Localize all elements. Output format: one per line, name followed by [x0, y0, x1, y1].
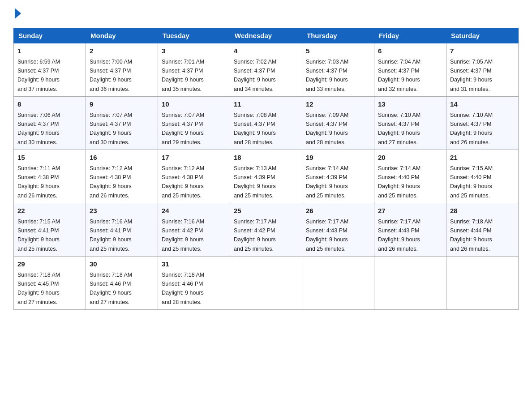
calendar-cell: [230, 257, 302, 310]
calendar-cell: 11 Sunrise: 7:08 AMSunset: 4:37 PMDaylig…: [230, 97, 302, 150]
weekday-header-wednesday: Wednesday: [230, 28, 302, 43]
day-number: 13: [378, 99, 442, 110]
calendar-body: 1 Sunrise: 6:59 AMSunset: 4:37 PMDayligh…: [14, 43, 519, 310]
day-info: Sunrise: 7:09 AMSunset: 4:37 PMDaylight:…: [306, 112, 348, 146]
day-info: Sunrise: 7:06 AMSunset: 4:37 PMDaylight:…: [17, 112, 60, 146]
calendar-cell: 12 Sunrise: 7:09 AMSunset: 4:37 PMDaylig…: [302, 97, 374, 150]
day-number: 3: [162, 46, 226, 56]
weekday-header-sunday: Sunday: [14, 28, 86, 43]
day-info: Sunrise: 7:00 AMSunset: 4:37 PMDaylight:…: [90, 59, 132, 92]
day-number: 11: [234, 99, 298, 110]
day-info: Sunrise: 7:18 AMSunset: 4:45 PMDaylight:…: [17, 272, 60, 305]
day-number: 24: [162, 206, 226, 216]
day-info: Sunrise: 7:12 AMSunset: 4:38 PMDaylight:…: [90, 165, 132, 199]
calendar-cell: 15 Sunrise: 7:11 AMSunset: 4:38 PMDaylig…: [14, 150, 86, 203]
weekday-header-monday: Monday: [86, 28, 158, 43]
weekday-header-row: SundayMondayTuesdayWednesdayThursdayFrid…: [14, 28, 519, 43]
calendar-cell: 18 Sunrise: 7:13 AMSunset: 4:39 PMDaylig…: [230, 150, 302, 203]
day-info: Sunrise: 7:03 AMSunset: 4:37 PMDaylight:…: [306, 59, 348, 92]
weekday-header-tuesday: Tuesday: [158, 28, 230, 43]
day-number: 14: [450, 99, 515, 110]
calendar-week-row: 15 Sunrise: 7:11 AMSunset: 4:38 PMDaylig…: [14, 150, 519, 203]
calendar-cell: 25 Sunrise: 7:17 AMSunset: 4:42 PMDaylig…: [230, 203, 302, 257]
day-number: 28: [450, 206, 515, 216]
calendar-cell: 7 Sunrise: 7:05 AMSunset: 4:37 PMDayligh…: [446, 43, 519, 97]
calendar-cell: 2 Sunrise: 7:00 AMSunset: 4:37 PMDayligh…: [86, 43, 158, 97]
calendar-cell: 20 Sunrise: 7:14 AMSunset: 4:40 PMDaylig…: [374, 150, 446, 203]
calendar-cell: 13 Sunrise: 7:10 AMSunset: 4:37 PMDaylig…: [374, 97, 446, 150]
day-number: 30: [90, 259, 154, 270]
calendar-cell: 3 Sunrise: 7:01 AMSunset: 4:37 PMDayligh…: [158, 43, 230, 97]
day-info: Sunrise: 7:08 AMSunset: 4:37 PMDaylight:…: [234, 112, 276, 146]
day-number: 23: [90, 206, 154, 216]
calendar-header: SundayMondayTuesdayWednesdayThursdayFrid…: [14, 28, 519, 43]
day-number: 16: [90, 153, 154, 163]
day-number: 18: [234, 153, 298, 163]
weekday-header-friday: Friday: [374, 28, 446, 43]
day-number: 2: [90, 46, 154, 56]
calendar-cell: 1 Sunrise: 6:59 AMSunset: 4:37 PMDayligh…: [14, 43, 86, 97]
calendar-cell: [302, 257, 374, 310]
calendar-cell: 4 Sunrise: 7:02 AMSunset: 4:37 PMDayligh…: [230, 43, 302, 97]
calendar-cell: 19 Sunrise: 7:14 AMSunset: 4:39 PMDaylig…: [302, 150, 374, 203]
calendar-cell: 10 Sunrise: 7:07 AMSunset: 4:37 PMDaylig…: [158, 97, 230, 150]
calendar-cell: 23 Sunrise: 7:16 AMSunset: 4:41 PMDaylig…: [86, 203, 158, 257]
calendar-cell: 24 Sunrise: 7:16 AMSunset: 4:42 PMDaylig…: [158, 203, 230, 257]
day-number: 7: [450, 46, 515, 56]
day-number: 27: [378, 206, 442, 216]
day-number: 17: [162, 153, 226, 163]
day-info: Sunrise: 7:15 AMSunset: 4:41 PMDaylight:…: [17, 218, 60, 252]
day-number: 1: [17, 46, 82, 56]
calendar-cell: [446, 257, 519, 310]
day-info: Sunrise: 7:17 AMSunset: 4:42 PMDaylight:…: [234, 218, 276, 252]
page-header: [13, 9, 519, 20]
day-number: 26: [306, 206, 370, 216]
day-info: Sunrise: 7:02 AMSunset: 4:37 PMDaylight:…: [234, 59, 276, 92]
day-info: Sunrise: 7:17 AMSunset: 4:43 PMDaylight:…: [306, 218, 348, 252]
calendar-cell: 28 Sunrise: 7:18 AMSunset: 4:44 PMDaylig…: [446, 203, 519, 257]
calendar-cell: 6 Sunrise: 7:04 AMSunset: 4:37 PMDayligh…: [374, 43, 446, 97]
calendar-week-row: 8 Sunrise: 7:06 AMSunset: 4:37 PMDayligh…: [14, 97, 519, 150]
calendar-cell: 8 Sunrise: 7:06 AMSunset: 4:37 PMDayligh…: [14, 97, 86, 150]
calendar-cell: 5 Sunrise: 7:03 AMSunset: 4:37 PMDayligh…: [302, 43, 374, 97]
day-number: 20: [378, 153, 442, 163]
day-number: 8: [17, 99, 82, 110]
day-info: Sunrise: 7:12 AMSunset: 4:38 PMDaylight:…: [162, 165, 204, 199]
calendar-cell: 21 Sunrise: 7:15 AMSunset: 4:40 PMDaylig…: [446, 150, 519, 203]
calendar-week-row: 1 Sunrise: 6:59 AMSunset: 4:37 PMDayligh…: [14, 43, 519, 97]
calendar-cell: 16 Sunrise: 7:12 AMSunset: 4:38 PMDaylig…: [86, 150, 158, 203]
day-info: Sunrise: 7:11 AMSunset: 4:38 PMDaylight:…: [17, 165, 60, 199]
day-number: 29: [17, 259, 82, 270]
day-info: Sunrise: 7:18 AMSunset: 4:44 PMDaylight:…: [450, 218, 493, 252]
calendar-cell: 30 Sunrise: 7:18 AMSunset: 4:46 PMDaylig…: [86, 257, 158, 310]
day-number: 22: [17, 206, 82, 216]
day-number: 19: [306, 153, 370, 163]
day-number: 9: [90, 99, 154, 110]
day-number: 10: [162, 99, 226, 110]
day-info: Sunrise: 7:05 AMSunset: 4:37 PMDaylight:…: [450, 59, 493, 92]
day-info: Sunrise: 7:10 AMSunset: 4:37 PMDaylight:…: [450, 112, 493, 146]
day-info: Sunrise: 7:01 AMSunset: 4:37 PMDaylight:…: [162, 59, 204, 92]
day-info: Sunrise: 7:14 AMSunset: 4:40 PMDaylight:…: [378, 165, 420, 199]
calendar-cell: 31 Sunrise: 7:18 AMSunset: 4:46 PMDaylig…: [158, 257, 230, 310]
day-info: Sunrise: 7:04 AMSunset: 4:37 PMDaylight:…: [378, 59, 420, 92]
calendar-cell: 14 Sunrise: 7:10 AMSunset: 4:37 PMDaylig…: [446, 97, 519, 150]
day-info: Sunrise: 7:07 AMSunset: 4:37 PMDaylight:…: [162, 112, 204, 146]
day-info: Sunrise: 7:18 AMSunset: 4:46 PMDaylight:…: [90, 272, 132, 305]
day-info: Sunrise: 7:16 AMSunset: 4:42 PMDaylight:…: [162, 218, 204, 252]
calendar-cell: 29 Sunrise: 7:18 AMSunset: 4:45 PMDaylig…: [14, 257, 86, 310]
day-number: 31: [162, 259, 226, 270]
day-info: Sunrise: 7:18 AMSunset: 4:46 PMDaylight:…: [162, 272, 204, 305]
calendar-cell: 9 Sunrise: 7:07 AMSunset: 4:37 PMDayligh…: [86, 97, 158, 150]
calendar-cell: 17 Sunrise: 7:12 AMSunset: 4:38 PMDaylig…: [158, 150, 230, 203]
day-number: 15: [17, 153, 82, 163]
logo-arrow-icon: [15, 8, 21, 19]
day-number: 12: [306, 99, 370, 110]
day-info: Sunrise: 7:10 AMSunset: 4:37 PMDaylight:…: [378, 112, 420, 146]
day-info: Sunrise: 7:07 AMSunset: 4:37 PMDaylight:…: [90, 112, 132, 146]
calendar-cell: 22 Sunrise: 7:15 AMSunset: 4:41 PMDaylig…: [14, 203, 86, 257]
logo: [13, 9, 21, 20]
day-info: Sunrise: 7:15 AMSunset: 4:40 PMDaylight:…: [450, 165, 493, 199]
day-info: Sunrise: 7:17 AMSunset: 4:43 PMDaylight:…: [378, 218, 420, 252]
day-info: Sunrise: 7:16 AMSunset: 4:41 PMDaylight:…: [90, 218, 132, 252]
